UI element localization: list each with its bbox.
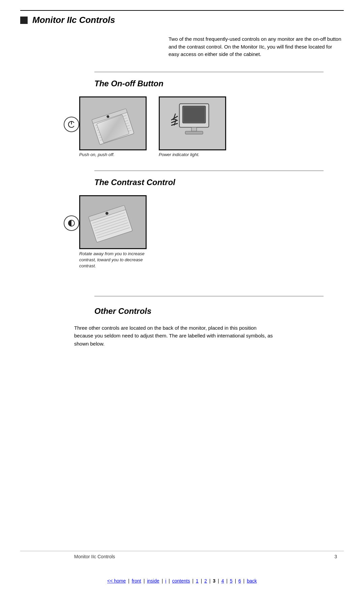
- power-indicator-svg: [160, 96, 225, 150]
- push-on-svg: [80, 96, 146, 150]
- svg-rect-2: [80, 97, 146, 149]
- contrast-image-block: Rotate away from you to increase contras…: [79, 195, 147, 269]
- contrast-icon: [64, 215, 79, 231]
- push-on-image: [79, 96, 147, 150]
- contrast-image: [79, 195, 147, 249]
- intro-section: Two of the most frequently-used controls…: [20, 35, 344, 58]
- svg-line-7: [97, 120, 128, 130]
- on-off-images: Push on, push off.: [79, 96, 226, 157]
- on-off-caption-2: Power indicator light.: [159, 152, 200, 157]
- header-square: [20, 17, 28, 24]
- nav-back[interactable]: back: [247, 578, 257, 584]
- page-container: Monitor IIc Controls Two of the most fre…: [0, 0, 364, 593]
- other-controls-text: Three other controls are located on the …: [74, 324, 276, 348]
- svg-line-8: [98, 123, 129, 133]
- section-divider-1: [94, 72, 324, 72]
- nav-home[interactable]: << home: [107, 578, 126, 584]
- on-off-heading: The On-off Button: [94, 79, 344, 88]
- contrast-images: Rotate away from you to increase contras…: [79, 195, 147, 269]
- contrast-caption: Rotate away from you to increase contras…: [79, 251, 145, 269]
- nav-p6[interactable]: 6: [238, 578, 241, 584]
- contrast-control-row: Rotate away from you to increase contras…: [20, 195, 344, 269]
- bottom-nav: << home | front | inside | i | contents …: [0, 578, 364, 584]
- svg-rect-18: [185, 131, 203, 134]
- contrast-symbol-svg: [67, 219, 76, 228]
- on-off-control-row: Push on, push off.: [20, 96, 344, 157]
- on-off-icon: [64, 117, 79, 132]
- other-controls-section: Other Controls Three other controls are …: [20, 306, 344, 361]
- contrast-section: The Contrast Control: [20, 178, 344, 273]
- section-divider-2: [94, 171, 324, 171]
- on-off-image-block-2: Power indicator light.: [159, 96, 226, 157]
- on-off-symbol-svg: [67, 120, 76, 129]
- nav-inside[interactable]: inside: [147, 578, 159, 584]
- on-off-icon-area: [20, 117, 79, 132]
- svg-rect-16: [184, 107, 205, 122]
- nav-p4[interactable]: 4: [221, 578, 224, 584]
- page-header: Monitor IIc Controls: [20, 10, 344, 25]
- svg-line-9: [98, 125, 129, 135]
- footer-page-number: 3: [334, 554, 337, 559]
- on-off-caption-1: Push on, push off.: [79, 152, 115, 157]
- nav-p5[interactable]: 5: [230, 578, 233, 584]
- svg-rect-17: [191, 127, 197, 131]
- other-controls-heading: Other Controls: [94, 306, 344, 316]
- nav-p2[interactable]: 2: [204, 578, 207, 584]
- on-off-section: The On-off Button: [20, 79, 344, 160]
- nav-i[interactable]: i: [165, 578, 166, 584]
- contrast-svg: [80, 195, 146, 249]
- nav-p1[interactable]: 1: [196, 578, 199, 584]
- nav-front[interactable]: front: [132, 578, 141, 584]
- intro-text: Two of the most frequently-used controls…: [169, 35, 344, 58]
- page-title: Monitor IIc Controls: [32, 15, 115, 25]
- contrast-heading: The Contrast Control: [94, 178, 344, 187]
- section-divider-3: [94, 296, 324, 296]
- footer-section-label: Monitor IIc Controls: [74, 554, 115, 559]
- contrast-icon-area: [20, 215, 79, 231]
- power-indicator-image: [159, 96, 226, 150]
- page-footer: Monitor IIc Controls 3: [20, 551, 344, 559]
- nav-contents[interactable]: contents: [172, 578, 190, 584]
- nav-p3-current: 3: [213, 578, 216, 584]
- on-off-image-block-1: Push on, push off.: [79, 96, 147, 157]
